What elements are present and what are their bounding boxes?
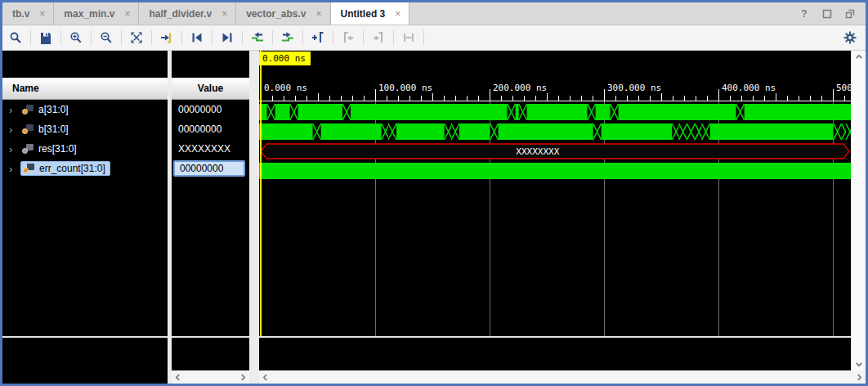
tab-untitled-3[interactable]: Untitled 3× bbox=[331, 2, 410, 25]
next-transition-button[interactable] bbox=[219, 29, 235, 46]
wave-row-err-count[interactable] bbox=[259, 163, 851, 179]
tab-max-min-v[interactable]: max_min.v× bbox=[54, 2, 139, 25]
signal-row-err-count[interactable]: ›err_count[31:0] bbox=[2, 159, 168, 178]
tab-close-icon[interactable]: × bbox=[39, 9, 45, 19]
wave-toolbar-buttons bbox=[7, 29, 431, 46]
float-window-icon[interactable] bbox=[844, 8, 856, 20]
ruler-tick bbox=[318, 93, 319, 101]
toolbar-separator bbox=[181, 30, 182, 45]
signal-row-res[interactable]: ›res[31:0] bbox=[2, 139, 168, 159]
ruler-time-label: 0.000 ns bbox=[264, 83, 307, 93]
signal-row-b[interactable]: ›b[31:0] bbox=[2, 119, 168, 139]
signal-name-wrap: res[31:0] bbox=[20, 142, 81, 155]
ruler-time-label: 100.000 ns bbox=[378, 83, 432, 93]
tab-close-icon[interactable]: × bbox=[316, 9, 322, 19]
name-header-label: Name bbox=[12, 83, 39, 94]
add-marker-button[interactable] bbox=[310, 29, 326, 46]
scroll-right-arrow-icon[interactable] bbox=[239, 374, 247, 381]
ruler-baseline bbox=[259, 101, 851, 101]
go-to-last-time-icon bbox=[281, 31, 294, 44]
zoom-to-cursor-button[interactable] bbox=[159, 29, 175, 46]
wave-hscrollbar[interactable] bbox=[259, 370, 866, 384]
wave-row-a[interactable] bbox=[259, 104, 851, 120]
waveform-window: tb.v×max_min.v×half_divider.v×vector_abs… bbox=[0, 0, 868, 386]
tab-close-icon[interactable]: × bbox=[395, 9, 400, 19]
value-wave-splitter[interactable] bbox=[249, 51, 259, 384]
expand-chevron-icon[interactable]: › bbox=[9, 105, 20, 115]
zoom-fit-button[interactable] bbox=[128, 29, 145, 46]
toolbar-separator bbox=[121, 30, 122, 45]
wave-row-svg bbox=[259, 163, 851, 179]
ruler-tick bbox=[558, 96, 559, 101]
ruler-tick bbox=[547, 93, 548, 101]
toolbar-separator bbox=[302, 30, 303, 45]
previous-transition-button[interactable] bbox=[189, 29, 205, 46]
zoom-in-button[interactable] bbox=[68, 29, 84, 46]
tab-tb-v[interactable]: tb.v× bbox=[2, 2, 54, 25]
signal-value-b[interactable]: 00000000 bbox=[172, 119, 249, 139]
wave-row-svg bbox=[259, 123, 851, 140]
ruler-tick bbox=[490, 89, 490, 101]
ruler-tick bbox=[650, 96, 651, 101]
ruler-time-label: 300.000 ns bbox=[607, 83, 661, 93]
signal-value-text: 00000000 bbox=[178, 124, 221, 134]
go-to-last-time-button[interactable] bbox=[280, 29, 296, 46]
wave-canvas[interactable]: 0.000 ns100.000 ns200.000 ns300.000 ns40… bbox=[259, 51, 851, 336]
toolbar-separator bbox=[333, 30, 333, 45]
next-marker-button bbox=[370, 29, 387, 46]
signal-name-rows: ›a[31:0]›b[31:0]›res[31:0]›err_count[31:… bbox=[2, 100, 168, 178]
expand-chevron-icon[interactable]: › bbox=[9, 164, 20, 174]
maximize-icon[interactable] bbox=[821, 8, 833, 20]
tab-half-divider-v[interactable]: half_divider.v× bbox=[139, 2, 236, 25]
ruler-tick bbox=[512, 96, 513, 101]
wave-row-res[interactable]: XXXXXXXX bbox=[259, 143, 851, 159]
tab-close-icon[interactable]: × bbox=[124, 9, 130, 19]
signal-value-a[interactable]: 00000000 bbox=[172, 100, 249, 119]
name-column-header: Name bbox=[2, 78, 168, 100]
ruler-tick bbox=[284, 96, 284, 101]
wave-vscrollbar[interactable] bbox=[851, 51, 866, 370]
zoom-out-button[interactable] bbox=[98, 29, 114, 46]
ruler-tick bbox=[684, 96, 685, 101]
ruler-tick bbox=[776, 93, 776, 101]
ruler-tick bbox=[753, 96, 754, 101]
scroll-left-arrow-icon[interactable] bbox=[174, 374, 181, 381]
value-hscrollbar[interactable] bbox=[172, 370, 249, 384]
tab-close-icon[interactable]: × bbox=[221, 9, 227, 19]
zoom-out-icon bbox=[100, 31, 113, 44]
ruler-tick bbox=[398, 96, 399, 101]
settings-gear-button[interactable] bbox=[842, 29, 858, 46]
scroll-left-arrow-icon[interactable] bbox=[262, 374, 269, 381]
scroll-right-arrow-icon[interactable] bbox=[856, 374, 863, 381]
expand-chevron-icon[interactable]: › bbox=[9, 124, 20, 135]
find-button[interactable] bbox=[7, 29, 24, 46]
panel-footer bbox=[259, 338, 851, 370]
window-controls: ? bbox=[799, 2, 866, 25]
ruler-tick bbox=[375, 89, 376, 101]
tab-label: vector_abs.v bbox=[246, 8, 306, 20]
time-cursor-line[interactable] bbox=[260, 51, 262, 336]
bus-signal-icon bbox=[22, 144, 34, 154]
scroll-down-arrow-icon[interactable] bbox=[855, 361, 863, 368]
wave-row-svg bbox=[259, 104, 851, 120]
signal-value-res[interactable]: XXXXXXXX bbox=[172, 139, 249, 159]
ruler-tick bbox=[730, 96, 731, 101]
go-to-time-zero-icon bbox=[251, 31, 264, 44]
signal-value-err-count[interactable]: 00000000 bbox=[172, 159, 249, 178]
tab-vector-abs-v[interactable]: vector_abs.v× bbox=[236, 2, 330, 25]
tab-list: tb.v×max_min.v×half_divider.v×vector_abs… bbox=[2, 2, 409, 25]
ruler-tick bbox=[409, 96, 410, 101]
help-icon[interactable]: ? bbox=[799, 8, 810, 20]
previous-marker-icon bbox=[342, 31, 355, 44]
ruler-tick bbox=[570, 96, 570, 101]
expand-chevron-icon[interactable]: › bbox=[9, 144, 20, 155]
go-to-time-zero-button[interactable] bbox=[249, 29, 266, 46]
scroll-up-arrow-icon[interactable] bbox=[855, 53, 863, 61]
ruler-tick bbox=[455, 96, 456, 101]
ruler-tick bbox=[306, 96, 307, 101]
ruler-tick bbox=[444, 96, 445, 101]
signal-row-a[interactable]: ›a[31:0] bbox=[2, 100, 168, 119]
save-button[interactable] bbox=[38, 29, 54, 46]
wave-row-b[interactable] bbox=[259, 123, 851, 140]
ruler-tick bbox=[478, 96, 479, 101]
